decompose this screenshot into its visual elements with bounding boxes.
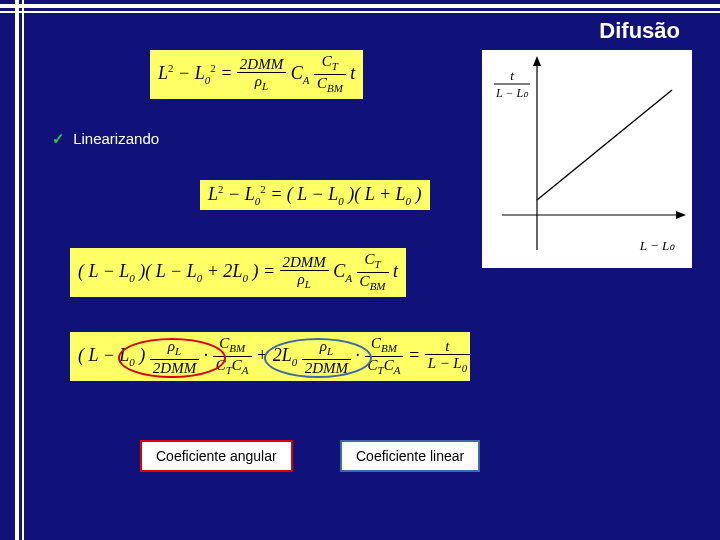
eq1-t: t <box>350 63 355 83</box>
eq4-eq: = <box>408 345 425 365</box>
eq1-frac2: CT CBM <box>314 53 346 96</box>
eq4-frac5: t L − L0 <box>425 338 471 376</box>
highlight-ellipse-angular <box>118 338 226 378</box>
eq3-ca: CA <box>333 261 356 281</box>
coef-linear-box: Coeficiente linear <box>340 440 480 472</box>
check-icon: ✓ <box>52 130 65 147</box>
eq3-frac2: CT CBM <box>357 251 389 294</box>
graph-svg: t L − L₀ L − L₀ <box>482 50 692 268</box>
svg-marker-1 <box>533 56 541 66</box>
graph-x-label: L − L₀ <box>639 238 675 253</box>
top-rule-thin <box>0 11 720 13</box>
equation-2: L2 − L02 = ( L − L0 )( L + L0 ) <box>200 180 430 210</box>
eq3-frac1: 2DMM ρL <box>280 254 329 292</box>
svg-line-4 <box>537 90 672 200</box>
eq1-ca: CA <box>291 63 314 83</box>
eq3-lhs: ( L − L0 )( L − L0 + 2L0 ) = <box>78 261 280 281</box>
left-rule-thick <box>15 0 19 540</box>
graph-y-den: L − L₀ <box>495 86 529 100</box>
slide-title: Difusão <box>599 18 680 44</box>
linearizando-text: Linearizando <box>73 130 159 147</box>
graph-panel: t L − L₀ L − L₀ <box>482 50 692 268</box>
eq1-lhs: L2 − L02 = <box>158 63 237 83</box>
top-rule-thick <box>0 4 720 8</box>
eq1-frac1: 2DMM ρL <box>237 56 286 94</box>
highlight-ellipse-linear <box>264 338 372 378</box>
graph-y-num: t <box>510 68 514 83</box>
equation-3: ( L − L0 )( L − L0 + 2L0 ) = 2DMM ρL CA … <box>70 248 406 297</box>
left-rule-thin <box>22 0 24 540</box>
coef-angular-box: Coeficiente angular <box>140 440 293 472</box>
eq3-t: t <box>393 261 398 281</box>
svg-marker-3 <box>676 211 686 219</box>
equation-1: L2 − L02 = 2DMM ρL CA CT CBM t <box>150 50 363 99</box>
linearizando-bullet: ✓ Linearizando <box>52 130 159 148</box>
